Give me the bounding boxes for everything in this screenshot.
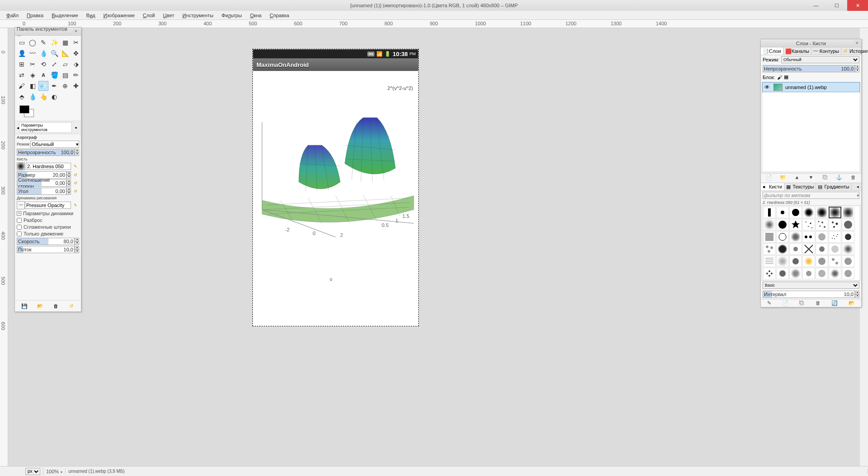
tool-options-tab[interactable]: Параметры инструментов (19, 122, 72, 133)
maximize-button[interactable]: ☐ (826, 0, 847, 11)
brush-thumb[interactable] (829, 219, 841, 231)
restore-preset-icon[interactable]: 📂 (37, 302, 44, 310)
mode-select[interactable]: Обычный▾ (30, 141, 79, 148)
brush-thumb[interactable] (789, 255, 802, 267)
brush-thumb[interactable] (802, 268, 815, 279)
brush-name-select[interactable]: 2. Hardness 050 (26, 163, 71, 170)
minimize-button[interactable]: — (806, 0, 826, 11)
dodge-burn-tool[interactable]: ◐ (49, 92, 59, 102)
dock-close-icon[interactable]: × (854, 40, 860, 47)
dynamics-icon[interactable]: 〰 (17, 201, 25, 209)
brush-thumb[interactable] (802, 231, 815, 243)
unit-select[interactable]: px (25, 468, 40, 475)
eraser-tool[interactable]: ◧ (28, 81, 38, 91)
pencil-tool[interactable]: ✏ (71, 70, 81, 80)
aspect-slider[interactable]: Соотношение сторон0,00 (17, 179, 66, 187)
brush-thumb[interactable] (802, 207, 815, 218)
scissors-tool[interactable]: ✂ (71, 38, 81, 47)
paintbrush-tool[interactable]: 🖌 (17, 81, 27, 91)
new-layer-icon[interactable]: 📄 (765, 174, 773, 182)
brush-thumb[interactable] (816, 207, 828, 218)
brush-thumb[interactable] (776, 255, 789, 267)
brush-thumb[interactable] (776, 207, 789, 218)
aspect-reset-icon[interactable]: ↺ (72, 179, 79, 187)
cage-tool[interactable]: ◈ (28, 70, 38, 80)
brush-thumb[interactable] (776, 243, 789, 255)
rate-slider[interactable]: Скорость80,0 (17, 238, 75, 245)
free-select-tool[interactable]: ✎ (38, 38, 48, 47)
menu-tools[interactable]: Инструменты (179, 12, 217, 19)
menu-help[interactable]: Справка (266, 12, 293, 19)
brush-thumb[interactable] (776, 219, 789, 231)
brush-thumb[interactable] (763, 207, 776, 218)
smooth-checkbox[interactable] (17, 225, 22, 230)
scale-tool[interactable]: ⤢ (49, 59, 59, 69)
brush-thumb[interactable] (829, 268, 841, 279)
zoom-tool[interactable]: 🔍 (49, 48, 59, 58)
perspective-tool[interactable]: ⬗ (71, 59, 81, 69)
brush-thumb[interactable] (763, 219, 776, 231)
toolbox-close-icon[interactable]: × (73, 28, 79, 35)
angle-slider[interactable]: Угол0,00 (17, 188, 66, 195)
brush-thumb[interactable] (763, 255, 776, 267)
save-preset-icon[interactable]: 💾 (21, 302, 28, 310)
brush-thumb[interactable] (763, 268, 776, 279)
brush-thumb[interactable] (829, 231, 841, 243)
angle-reset-icon[interactable]: ↺ (72, 188, 79, 195)
brush-thumb[interactable] (842, 268, 854, 279)
fuzzy-select-tool[interactable]: ✨ (49, 38, 59, 47)
color-select-tool[interactable]: ▦ (60, 38, 70, 47)
brush-thumb[interactable] (789, 219, 802, 231)
flow-spinner[interactable]: ▴▾ (75, 246, 79, 253)
layer-item[interactable]: 👁 unnamed (1).webp (762, 82, 860, 92)
dynamics-select[interactable]: Pressure Opacity (25, 202, 71, 209)
layer-opacity-spinner[interactable]: ▴▾ (855, 65, 859, 72)
crop-tool[interactable]: ✂ (28, 59, 38, 69)
brush-preset-select[interactable]: Basic (763, 282, 859, 289)
menu-select[interactable]: Выделение (48, 12, 81, 19)
menu-windows[interactable]: Окна (247, 12, 266, 19)
tab-patterns[interactable]: ▦Текстуры (784, 183, 816, 190)
close-button[interactable]: ✕ (847, 0, 868, 11)
foreground-select-tool[interactable]: 👤 (17, 48, 27, 58)
scatter-checkbox[interactable] (17, 218, 22, 223)
size-reset-icon[interactable]: ↺ (72, 171, 79, 179)
brush-thumb[interactable] (829, 255, 841, 267)
ellipse-select-tool[interactable]: ◯ (28, 38, 38, 47)
text-tool[interactable]: A (38, 70, 48, 80)
open-brush-folder-icon[interactable]: 📂 (849, 300, 855, 306)
dock-title[interactable]: Слои - Кисти × (761, 39, 861, 47)
color-picker-tool[interactable]: 💧 (38, 48, 48, 58)
new-group-icon[interactable]: 📁 (779, 174, 787, 182)
tab-paths[interactable]: 〰Контуры (811, 47, 841, 55)
brush-thumb[interactable] (789, 207, 802, 218)
layer-name[interactable]: unnamed (1).webp (785, 85, 827, 90)
new-brush-icon[interactable]: 📄 (782, 300, 788, 306)
menu-filters[interactable]: Фильтры (218, 12, 246, 19)
menu-view[interactable]: Вид (83, 12, 99, 19)
brush-thumb[interactable] (816, 219, 828, 231)
move-tool[interactable]: ✥ (71, 48, 81, 58)
brush-thumb[interactable] (816, 255, 828, 267)
menu-layer[interactable]: Слой (139, 12, 159, 19)
tab-channels[interactable]: 🟥Каналы (783, 47, 811, 55)
flow-slider[interactable]: Поток10,0 (17, 246, 75, 253)
motion-only-checkbox[interactable] (17, 231, 22, 236)
shear-tool[interactable]: ▱ (60, 59, 70, 69)
brush-filter-input[interactable]: фильтр по меткам▾ (763, 192, 859, 199)
brush-thumb[interactable] (829, 243, 841, 255)
edit-brush-icon[interactable]: ✎ (767, 300, 771, 306)
blend-tool[interactable]: ▤ (60, 70, 70, 80)
rect-select-tool[interactable]: ▭ (17, 38, 27, 47)
interval-slider[interactable]: Интервал10,0 (763, 291, 855, 298)
brush-thumb[interactable] (842, 219, 854, 231)
measure-tool[interactable]: 📐 (60, 48, 70, 58)
layer-up-icon[interactable]: ▲ (793, 174, 801, 182)
lock-alpha-icon[interactable]: ▦ (784, 74, 788, 80)
brushes-config-icon[interactable]: ◂ (854, 183, 861, 190)
duplicate-brush-icon[interactable]: ⿻ (799, 300, 804, 306)
layer-visibility-icon[interactable]: 👁 (764, 84, 771, 90)
brush-thumb[interactable] (763, 231, 776, 243)
foreground-color[interactable] (19, 105, 29, 113)
delete-preset-icon[interactable]: 🗑 (52, 302, 59, 310)
